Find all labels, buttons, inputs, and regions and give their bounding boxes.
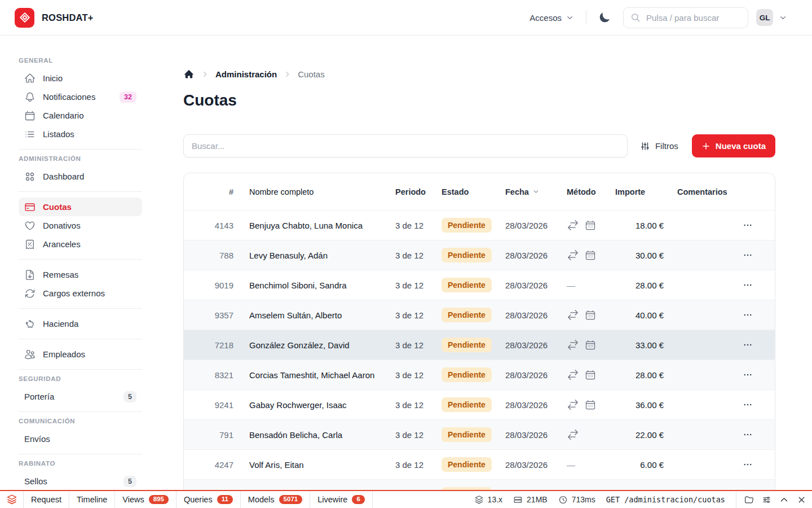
sidebar-item-donativos[interactable]: Donativos (19, 216, 142, 235)
row-actions-button[interactable] (740, 308, 755, 322)
debugbar-folder-button[interactable] (741, 492, 757, 508)
cuotas-table: # Nombre completo Periodo Estado Fecha M… (183, 173, 775, 490)
row-amount: 18.00 € (615, 221, 677, 230)
row-method (567, 309, 615, 321)
status-badge: Pendiente (442, 278, 492, 292)
no-method-dash: — (567, 460, 575, 470)
breadcrumb-section[interactable]: Administración (215, 69, 277, 79)
row-method (567, 428, 615, 441)
col-header-comments[interactable]: Comentarios (677, 187, 734, 196)
col-header-date[interactable]: Fecha (505, 187, 567, 196)
debugbar-tab-label: Request (31, 495, 61, 504)
col-header-method[interactable]: Método (567, 187, 615, 196)
table-row[interactable]: 8321 Corcias Tameshtit, Michael Aaron 3 … (184, 360, 775, 389)
status-badge: Pendiente (442, 248, 492, 262)
calendar-mini-icon (585, 249, 596, 261)
sidebar-item-porteria[interactable]: Portería 5 (19, 387, 142, 406)
memory-icon (513, 495, 523, 505)
sidebar-item-notificaciones[interactable]: Notificaciones 32 (19, 87, 142, 106)
row-actions-button[interactable] (740, 338, 755, 352)
row-amount: 30.00 € (615, 251, 677, 260)
debugbar: RequestTimelineViews895Queries11Models50… (0, 490, 812, 508)
table-row[interactable]: 788 Levy Benasuly, Adán 3 de 12 Pendient… (184, 240, 775, 270)
sidebar-item-label: Envíos (24, 434, 50, 444)
calendar-mini-icon (585, 339, 596, 351)
debugbar-tab-queries[interactable]: Queries11 (176, 491, 241, 508)
row-actions-button[interactable] (740, 457, 755, 472)
col-header-status[interactable]: Estado (442, 187, 505, 196)
sidebar-item-label: Donativos (43, 221, 81, 230)
sidebar-item-empleados[interactable]: Empleados (19, 345, 142, 364)
table-search-input[interactable] (183, 134, 628, 157)
sidebar-item-listados[interactable]: Listados (19, 125, 142, 143)
row-actions-button[interactable] (740, 427, 755, 442)
filters-button[interactable]: Filtros (640, 141, 678, 151)
sidebar-item-dashboard[interactable]: Dashboard (19, 167, 142, 186)
debugbar-tab-timeline[interactable]: Timeline (69, 491, 115, 508)
row-amount: 40.00 € (615, 310, 677, 320)
table-row[interactable]: 791 Bensadón Belicha, Carla 3 de 12 Pend… (184, 419, 775, 449)
sidebar-item-cuotas[interactable]: Cuotas (19, 198, 142, 216)
col-header-period[interactable]: Periodo (395, 187, 442, 196)
col-header-name[interactable]: Nombre completo (233, 187, 395, 196)
col-header-id[interactable]: # (197, 187, 233, 196)
user-menu-chevron[interactable] (779, 14, 787, 22)
table-row[interactable]: 9019 Benchimol Siboni, Sandra 3 de 12 Pe… (184, 270, 775, 300)
sidebar-item-sellos[interactable]: Sellos 5 (19, 472, 142, 490)
table-row[interactable]: 9241 Gabay Rochwerger, Isaac 3 de 12 Pen… (184, 389, 775, 419)
row-actions-button[interactable] (740, 278, 755, 292)
row-date: 28/03/2026 (505, 281, 567, 290)
row-id: 7218 (197, 340, 233, 350)
sidebar-item-aranceles[interactable]: Aranceles (19, 235, 142, 253)
table-row[interactable]: 4143 Benjuya Chabto, Luna Monica 3 de 12… (184, 210, 775, 240)
debugbar-collapse-button[interactable] (776, 492, 792, 508)
debugbar-tab-livewire[interactable]: Livewire6 (310, 491, 373, 508)
status-badge: Pendiente (442, 427, 492, 442)
status-badge: Pendiente (442, 367, 492, 382)
sidebar-item-hacienda[interactable]: Hacienda (19, 314, 142, 333)
table-row[interactable]: 7218 González González, David 3 de 12 Pe… (184, 330, 775, 360)
sidebar-item-calendario[interactable]: Calendario (19, 106, 142, 125)
sidebar-item-cargos-externos[interactable]: Cargos externos (19, 284, 142, 303)
sidebar-item-label: Calendario (43, 111, 84, 120)
row-actions-button[interactable] (740, 367, 755, 382)
arrows-swap-icon (567, 428, 579, 441)
col-header-amount[interactable]: Importe (615, 187, 677, 196)
new-cuota-button[interactable]: Nueva cuota (692, 134, 775, 157)
debugbar-close-button[interactable] (793, 492, 810, 508)
row-method (567, 398, 615, 411)
app-logo-icon[interactable] (15, 8, 34, 28)
row-method (567, 339, 615, 351)
debugbar-tab-views[interactable]: Views895 (115, 491, 176, 508)
row-date: 28/03/2026 (505, 430, 567, 440)
debugbar-tab-request[interactable]: Request (24, 491, 69, 508)
global-search-input[interactable] (646, 13, 741, 23)
receipt-percent-icon (24, 239, 36, 250)
sidebar-item-badge: 5 (123, 391, 136, 402)
table-row[interactable]: 9357 Amselem Sultán, Alberto 3 de 12 Pen… (184, 300, 775, 330)
debugbar-tab-models[interactable]: Models5071 (241, 491, 310, 508)
sidebar-item-remesas[interactable]: Remesas (19, 265, 142, 284)
row-amount: 36.00 € (615, 400, 677, 410)
row-name: Amselem Sultán, Alberto (233, 310, 395, 320)
sidebar-item-label: Sellos (24, 476, 47, 486)
sidebar-item-envios[interactable]: Envíos (19, 430, 142, 448)
dark-mode-toggle[interactable] (598, 11, 611, 24)
sidebar-item-label: Inicio (43, 73, 63, 83)
global-search[interactable] (623, 7, 748, 28)
accesos-menu-button[interactable]: Accesos (529, 13, 574, 23)
laravel-debugbar-icon[interactable] (0, 491, 24, 508)
request-path: GET /administracion/cuotas (606, 495, 725, 504)
debugbar-settings-button[interactable] (758, 492, 775, 508)
row-actions-button[interactable] (740, 397, 755, 412)
row-actions-button[interactable] (740, 218, 755, 233)
sidebar-item-badge: 32 (120, 91, 136, 103)
laravel-version-icon (474, 495, 484, 505)
row-actions-button[interactable] (740, 248, 755, 262)
table-row[interactable]: 4247 Volf Aris, Eitan 3 de 12 Pendiente … (184, 449, 775, 479)
home-icon[interactable] (183, 68, 195, 80)
sidebar-divider (19, 339, 142, 339)
table-row[interactable]: Pendiente (184, 479, 775, 490)
user-avatar[interactable]: GL (756, 9, 773, 26)
sidebar-item-inicio[interactable]: Inicio (19, 69, 142, 87)
